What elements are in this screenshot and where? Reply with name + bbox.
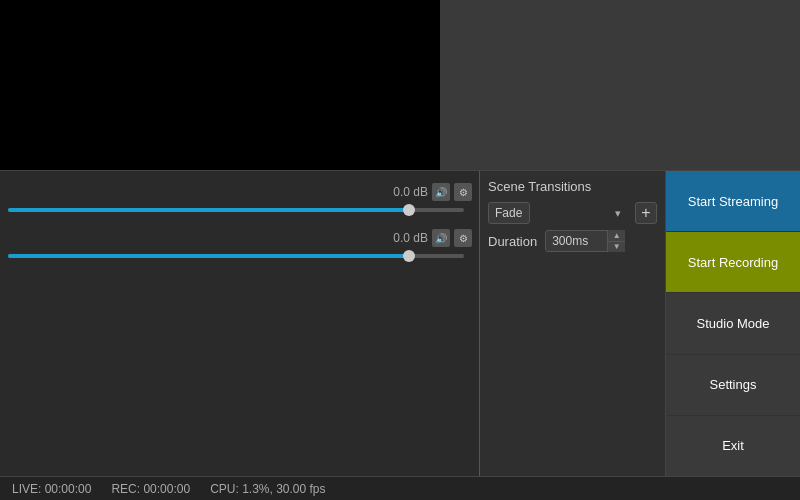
exit-button[interactable]: Exit — [666, 416, 800, 476]
channel2-db-label: 0.0 dB — [388, 231, 428, 245]
rec-status: REC: 00:00:00 — [111, 482, 190, 496]
duration-row: Duration ▲ ▼ — [488, 230, 657, 252]
spacer — [488, 258, 657, 468]
duration-spin-up[interactable]: ▲ — [608, 230, 625, 242]
audio-mixer-panel: 0.0 dB 🔊 ⚙ 0.0 dB — [0, 170, 480, 476]
scene-transitions-label: Scene Transitions — [488, 179, 657, 194]
gear-icon-2: ⚙ — [459, 233, 468, 244]
channel1-slider[interactable] — [8, 203, 464, 217]
speaker-icon-2: 🔊 — [435, 233, 447, 244]
preview-right — [440, 0, 800, 170]
spin-up-icon: ▲ — [613, 231, 621, 240]
audio-channel-1: 0.0 dB 🔊 ⚙ — [0, 179, 480, 221]
spin-down-icon: ▼ — [613, 242, 621, 251]
channel2-speaker-btn[interactable]: 🔊 — [432, 229, 450, 247]
transitions-row: Fade + — [488, 202, 657, 224]
duration-spinner: ▲ ▼ — [607, 230, 625, 252]
duration-label: Duration — [488, 234, 537, 249]
duration-spin-down[interactable]: ▼ — [608, 242, 625, 253]
settings-button[interactable]: Settings — [666, 355, 800, 416]
duration-input-wrapper: ▲ ▼ — [545, 230, 625, 252]
channel2-slider[interactable] — [8, 249, 464, 263]
channel1-db-label: 0.0 dB — [388, 185, 428, 199]
live-status: LIVE: 00:00:00 — [12, 482, 91, 496]
gear-icon: ⚙ — [459, 187, 468, 198]
audio-channel-2: 0.0 dB 🔊 ⚙ — [0, 225, 480, 267]
channel2-gear-btn[interactable]: ⚙ — [454, 229, 472, 247]
studio-mode-button[interactable]: Studio Mode — [666, 293, 800, 354]
fade-select-wrapper[interactable]: Fade — [488, 202, 627, 224]
channel1-gear-btn[interactable]: ⚙ — [454, 183, 472, 201]
preview-main — [0, 0, 440, 170]
status-bar: LIVE: 00:00:00 REC: 00:00:00 CPU: 1.3%, … — [0, 476, 800, 500]
add-transition-btn[interactable]: + — [635, 202, 657, 224]
preview-area — [0, 0, 800, 170]
fade-select[interactable]: Fade — [488, 202, 530, 224]
action-buttons-panel: Start Streaming Start Recording Studio M… — [665, 170, 800, 476]
start-streaming-button[interactable]: Start Streaming — [666, 171, 800, 232]
scene-transitions-panel: Scene Transitions Fade + Duration ▲ — [480, 170, 665, 476]
panel-vertical-separator — [479, 171, 480, 476]
start-recording-button[interactable]: Start Recording — [666, 232, 800, 293]
cpu-status: CPU: 1.3%, 30.00 fps — [210, 482, 325, 496]
plus-icon: + — [641, 204, 650, 222]
speaker-icon: 🔊 — [435, 187, 447, 198]
channel1-speaker-btn[interactable]: 🔊 — [432, 183, 450, 201]
